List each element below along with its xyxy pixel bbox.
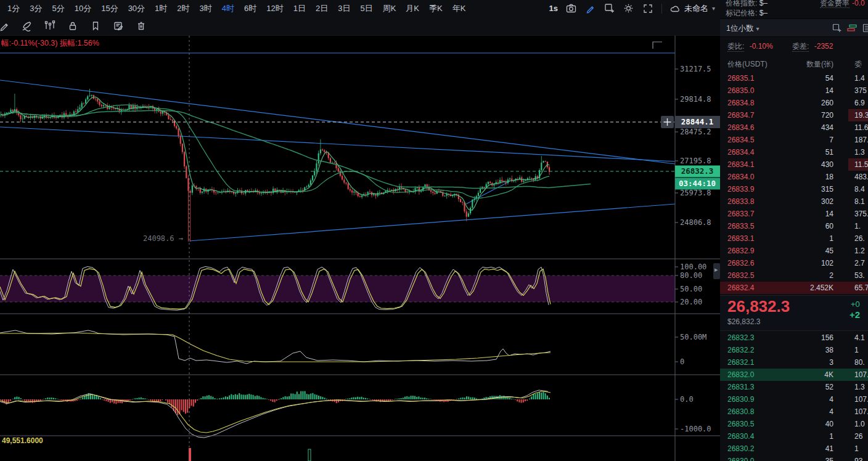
orderbook-asks: 26835.1541.426835.01437526834.82606.9268…: [720, 72, 868, 294]
orderbook-bid-row[interactable]: 26831.3521.3: [720, 381, 868, 393]
brush-tool-icon[interactable]: [0, 18, 14, 33]
orderbook-panel: 价格指数: $– 标记价格: $– 资金费率-0.0 1位小数▾ 委比: -: [720, 0, 868, 461]
trash-icon[interactable]: [132, 18, 150, 33]
orderbook-ask-row[interactable]: 26833.714375.: [720, 208, 868, 220]
orderbook-ask-row[interactable]: 26833.1126.: [720, 232, 868, 245]
fullscreen-icon[interactable]: [642, 3, 653, 14]
timeframe-14[interactable]: 2日: [311, 3, 333, 14]
timeframe-15[interactable]: 3日: [333, 3, 355, 14]
market-info: 价格指数: $– 标记价格: $– 资金费率-0.0: [720, 0, 868, 18]
chart-area[interactable]: 31217.529814.828475.227195.825973.824806…: [0, 36, 720, 461]
orderbook-ask-row[interactable]: 26832.9451.2: [720, 245, 868, 257]
svg-text:0.0: 0.0: [680, 395, 694, 404]
orderbook-cell-sum: 26.: [854, 232, 865, 245]
orderbook-cell-price: 26834.5: [727, 134, 754, 146]
orderbook-cell-qty: 52: [784, 381, 833, 393]
orderbook-ask-row[interactable]: 26834.4511.3: [720, 146, 868, 158]
add-panel-icon[interactable]: [604, 3, 615, 14]
orderbook-ask-row[interactable]: 26834.018483.: [720, 171, 868, 183]
orderbook-bid-row[interactable]: 26830.4126: [720, 430, 868, 443]
workspace-menu[interactable]: 未命名 ▾: [670, 3, 715, 14]
timeframe-12[interactable]: 12时: [261, 3, 288, 14]
decimals-dropdown[interactable]: 1位小数▾: [726, 23, 759, 34]
timeframe-20[interactable]: 年K: [448, 3, 471, 14]
orderbook-bid-row[interactable]: 26832.2381: [720, 344, 868, 356]
svg-text:28475.2: 28475.2: [680, 128, 711, 136]
last-price-block: 26,832.3 $26,832.3 +0 +2: [720, 295, 868, 331]
orderbook-ask-row[interactable]: 26833.5601.: [720, 220, 868, 232]
depth-mode-icon[interactable]: [847, 23, 857, 33]
orderbook-cell-qty: 54: [784, 72, 833, 84]
price-chart[interactable]: 31217.529814.828475.227195.825973.824806…: [0, 36, 720, 461]
orderbook-bid-row[interactable]: 26830.2411: [720, 443, 868, 455]
gear-icon[interactable]: [623, 3, 634, 14]
timeframe-5[interactable]: 15分: [96, 3, 123, 14]
orderbook-cell-price: 26834.7: [727, 109, 754, 121]
orderbook-bid-row[interactable]: 26832.04K107.3: [720, 369, 868, 381]
orderbook-ask-row[interactable]: 26832.61022.7: [720, 257, 868, 269]
orderbook-cell-qty: 4: [784, 406, 833, 418]
add-box-icon[interactable]: [832, 23, 841, 33]
orderbook-bid-row[interactable]: 26830.84107.: [720, 406, 868, 418]
funding-rate-value: -0.0: [852, 0, 865, 7]
orderbook-cell-sum: 107.3: [854, 369, 868, 381]
timeframe-17[interactable]: 周K: [378, 3, 401, 14]
orderbook-cell-qty: 41: [784, 443, 833, 455]
timeframe-18[interactable]: 月K: [401, 3, 424, 14]
timeframe-10[interactable]: 4时: [217, 3, 239, 14]
timeframe-6[interactable]: 30分: [123, 3, 150, 14]
timeframe-7[interactable]: 1时: [150, 3, 172, 14]
orderbook-ask-row[interactable]: 26832.42.452K65.7: [720, 282, 868, 294]
orderbook-cell-qty: 434: [784, 121, 833, 134]
orderbook-cell-price: 26833.9: [727, 183, 754, 195]
pen-tool-icon[interactable]: [18, 18, 36, 33]
orderbook-ask-row[interactable]: 26833.93158.4: [720, 183, 868, 195]
timeframe-13[interactable]: 1日: [289, 3, 311, 14]
orderbook-bid-row[interactable]: 26832.1380.: [720, 356, 868, 369]
orderbook-ask-row[interactable]: 26834.143011.5: [720, 158, 868, 171]
camera-icon[interactable]: [566, 3, 577, 14]
orderbook-cell-qty: 2: [784, 269, 833, 282]
orderbook-ask-row[interactable]: 26834.57187.: [720, 134, 868, 146]
orderbook-cell-qty: 260: [784, 97, 833, 109]
timeframe-11[interactable]: 6时: [239, 3, 261, 14]
svg-text:幅:-0.11%(-30.3) 振幅:1.56%: 幅:-0.11%(-30.3) 振幅:1.56%: [1, 39, 99, 47]
orderbook-cell-price: 26834.0: [727, 171, 754, 183]
orderbook-bid-row[interactable]: 26830.5401.0: [720, 418, 868, 430]
orderbook-bid-row[interactable]: 26832.31564.1: [720, 332, 868, 344]
cloud-icon: [670, 4, 681, 13]
timeframe-19[interactable]: 季K: [424, 3, 448, 14]
orderbook-cell-qty: 2.452K: [784, 282, 833, 294]
orderbook-cell-price: 26832.2: [727, 344, 754, 356]
orderbook-bid-row[interactable]: 26830.03593: [720, 455, 868, 461]
orderbook-ask-row[interactable]: 26834.82606.9: [720, 97, 868, 109]
draw-mode-icon[interactable]: [585, 3, 596, 14]
notes-tool-icon[interactable]: [109, 18, 128, 33]
orderbook-cell-sum: 11.5: [854, 158, 868, 171]
orderbook-cell-sum: 107.: [854, 393, 868, 406]
orderbook-ask-row[interactable]: 26835.014375: [720, 84, 868, 97]
index-price-value: $–: [760, 0, 768, 7]
orderbook-ask-row[interactable]: 26835.1541.4: [720, 72, 868, 84]
lock-tool-icon[interactable]: [63, 18, 82, 33]
timeframe-1[interactable]: 1分: [2, 3, 25, 14]
timeframe-bar-list: 1分3分5分10分15分30分1时2时3时4时6时12时1日2日3日5日周K月K…: [2, 3, 470, 14]
orderbook-bid-row[interactable]: 26830.94107.: [720, 393, 868, 406]
pattern-tool-icon[interactable]: [41, 18, 59, 33]
timeframe-9[interactable]: 3时: [195, 3, 217, 14]
timeframe-4[interactable]: 10分: [70, 3, 96, 14]
timeframe-3[interactable]: 5分: [47, 3, 69, 14]
orderbook-cell-sum: 8.1: [854, 195, 865, 208]
orderbook-ask-row[interactable]: 26834.772019.3: [720, 109, 868, 121]
orderbook-ask-row[interactable]: 26834.643411.6: [720, 121, 868, 134]
orderbook-ask-row[interactable]: 26833.83028.1: [720, 195, 868, 208]
timeframe-8[interactable]: 2时: [172, 3, 194, 14]
bookmark-tool-icon[interactable]: [86, 18, 105, 33]
book-view-icon[interactable]: [862, 23, 868, 33]
timeframe-16[interactable]: 5日: [355, 3, 377, 14]
orderbook-cell-price: 26831.3: [727, 381, 754, 393]
svg-text:0: 0: [680, 357, 684, 366]
orderbook-ask-row[interactable]: 26832.5253.: [720, 269, 868, 282]
svg-text:100.00: 100.00: [680, 263, 706, 271]
timeframe-2[interactable]: 3分: [25, 3, 47, 14]
